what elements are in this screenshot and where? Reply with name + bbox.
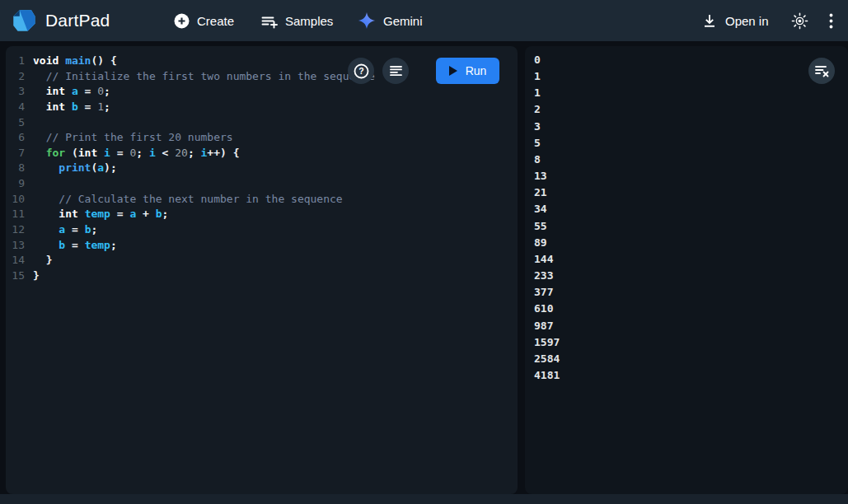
console-line: 233 xyxy=(534,268,848,284)
code-line: 6 // Print the first 20 numbers xyxy=(6,130,518,146)
console-line: 377 xyxy=(534,284,848,301)
console-line: 610 xyxy=(534,301,848,317)
console-line: 1597 xyxy=(534,334,848,351)
line-number: 3 xyxy=(6,84,25,100)
code-line: 3 int a = 0; xyxy=(6,84,518,100)
help-button[interactable]: ? xyxy=(348,58,374,84)
line-number: 11 xyxy=(6,207,25,222)
line-number: 6 xyxy=(6,130,25,146)
add-circle-icon xyxy=(174,13,190,29)
editor-panel: 1void main() {2 // Initialize the first … xyxy=(6,46,518,494)
code-line: 8 print(a); xyxy=(6,161,518,176)
console-line: 2584 xyxy=(534,351,848,367)
brightness-icon xyxy=(791,12,808,30)
app-title: DartPad xyxy=(45,11,110,30)
clear-console-icon xyxy=(814,63,830,78)
line-number: 8 xyxy=(6,161,25,176)
overflow-menu-button[interactable] xyxy=(829,0,833,41)
run-button[interactable]: Run xyxy=(436,58,499,84)
console-line: 34 xyxy=(534,201,848,217)
line-text: int a = 0; xyxy=(25,84,110,100)
line-text: b = temp; xyxy=(25,238,117,254)
line-text xyxy=(25,115,33,131)
open-in-label: Open in xyxy=(725,14,769,28)
code-line: 15} xyxy=(6,268,518,284)
line-number: 10 xyxy=(6,192,25,208)
footer-bar xyxy=(0,494,848,504)
help-icon: ? xyxy=(354,63,369,79)
line-number: 12 xyxy=(6,222,25,238)
create-button[interactable]: Create xyxy=(174,0,234,41)
console-line: 987 xyxy=(534,318,848,334)
clear-console-button[interactable] xyxy=(808,58,835,84)
line-text: a = b; xyxy=(25,222,97,238)
line-number: 15 xyxy=(6,268,25,284)
dartpad-logo-icon xyxy=(12,8,36,33)
code-line: 10 // Calculate the next number in the s… xyxy=(6,192,518,208)
svg-text:?: ? xyxy=(358,66,363,76)
console-line: 1 xyxy=(534,85,848,101)
open-in-button[interactable]: Open in xyxy=(701,0,769,41)
line-number: 4 xyxy=(6,100,25,115)
line-number: 2 xyxy=(6,69,25,85)
code-line: 5 xyxy=(6,115,518,131)
line-text: int b = 1; xyxy=(25,100,110,115)
line-number: 1 xyxy=(6,54,25,69)
console-line: 144 xyxy=(534,251,848,268)
format-code-button[interactable] xyxy=(382,58,409,84)
code-line: 9 xyxy=(6,176,518,192)
gemini-label: Gemini xyxy=(383,14,423,28)
code-line: 14 } xyxy=(6,253,518,268)
line-text: void main() { xyxy=(25,54,117,69)
run-label: Run xyxy=(466,64,487,77)
line-number: 13 xyxy=(6,238,25,254)
code-line: 12 a = b; xyxy=(6,222,518,238)
samples-label: Samples xyxy=(285,14,333,28)
line-text: for (int i = 0; i < 20; i++) { xyxy=(25,146,240,161)
samples-button[interactable]: Samples xyxy=(260,0,333,41)
line-text xyxy=(25,176,33,192)
console-line: 3 xyxy=(534,119,848,135)
format-align-icon xyxy=(389,64,403,78)
console-line: 5 xyxy=(534,135,848,152)
gemini-sparkle-icon xyxy=(358,12,376,30)
create-label: Create xyxy=(197,14,234,28)
console-output: 0112358132134558914423337761098715972584… xyxy=(525,46,848,384)
gemini-button[interactable]: Gemini xyxy=(358,0,423,41)
console-line: 89 xyxy=(534,235,848,251)
console-panel: 0112358132134558914423337761098715972584… xyxy=(525,46,848,494)
theme-brightness-button[interactable] xyxy=(791,0,808,41)
navbar: DartPad Create Samples xyxy=(0,0,848,41)
console-line: 13 xyxy=(534,168,848,184)
console-line: 21 xyxy=(534,184,848,201)
line-number: 7 xyxy=(6,146,25,161)
console-line: 0 xyxy=(534,52,848,68)
brand: DartPad xyxy=(12,0,110,41)
code-line: 4 int b = 1; xyxy=(6,100,518,115)
line-text: } xyxy=(25,253,52,268)
playlist-add-icon xyxy=(260,12,278,30)
console-line: 55 xyxy=(534,218,848,235)
code-line: 13 b = temp; xyxy=(6,238,518,254)
play-icon xyxy=(449,66,457,76)
line-number: 14 xyxy=(6,253,25,268)
line-text: print(a); xyxy=(25,161,117,176)
console-line: 4181 xyxy=(534,367,848,384)
line-text: } xyxy=(25,268,40,284)
line-text: // Initialize the first two numbers in t… xyxy=(25,69,375,85)
line-number: 9 xyxy=(6,176,25,192)
download-icon xyxy=(701,12,718,29)
line-number: 5 xyxy=(6,115,25,131)
code-line: 11 int temp = a + b; xyxy=(6,207,518,222)
line-text: int temp = a + b; xyxy=(25,207,168,222)
line-text: // Calculate the next number in the sequ… xyxy=(25,192,343,208)
console-line: 2 xyxy=(534,101,848,118)
console-line: 8 xyxy=(534,152,848,168)
vertical-dots-icon xyxy=(829,13,833,29)
code-line: 7 for (int i = 0; i < 20; i++) { xyxy=(6,146,518,161)
console-line: 1 xyxy=(534,68,848,85)
line-text: // Print the first 20 numbers xyxy=(25,130,233,146)
